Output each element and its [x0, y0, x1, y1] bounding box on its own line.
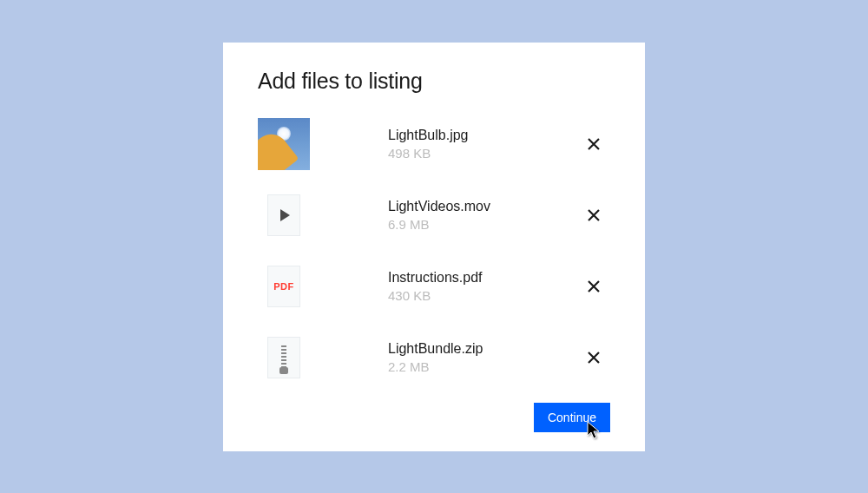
file-thumbnail [258, 118, 310, 170]
file-name: LightVideos.mov [388, 198, 582, 216]
video-icon [267, 194, 300, 236]
remove-file-button[interactable] [582, 275, 605, 298]
close-icon [587, 351, 601, 365]
file-name: LightBulb.jpg [388, 127, 582, 145]
file-thumbnail [258, 332, 310, 384]
file-size: 430 KB [388, 288, 582, 303]
close-icon [587, 208, 601, 222]
file-row: LightBulb.jpg 498 KB [258, 118, 610, 170]
close-icon [587, 279, 601, 293]
modal-footer: Continue [258, 403, 610, 432]
remove-file-button[interactable] [582, 346, 605, 369]
add-files-modal: Add files to listing LightBulb.jpg 498 K… [223, 43, 645, 451]
file-size: 2.2 MB [388, 359, 582, 374]
continue-button[interactable]: Continue [534, 403, 610, 432]
file-thumbnail [258, 189, 310, 241]
pdf-label: PDF [273, 281, 294, 292]
file-row: LightBundle.zip 2.2 MB [258, 332, 610, 384]
image-icon [258, 118, 310, 170]
file-name: Instructions.pdf [388, 269, 582, 287]
file-size: 498 KB [388, 146, 582, 161]
file-thumbnail: PDF [258, 260, 310, 312]
file-row: LightVideos.mov 6.9 MB [258, 189, 610, 241]
remove-file-button[interactable] [582, 133, 605, 155]
file-info: LightBundle.zip 2.2 MB [388, 340, 582, 375]
close-icon [587, 137, 601, 151]
file-info: LightBulb.jpg 498 KB [388, 127, 582, 161]
remove-file-button[interactable] [582, 204, 605, 227]
file-size: 6.9 MB [388, 217, 582, 232]
file-name: LightBundle.zip [388, 340, 582, 358]
play-icon [280, 209, 290, 221]
modal-title: Add files to listing [258, 69, 610, 94]
file-info: LightVideos.mov 6.9 MB [388, 198, 582, 233]
zipper-icon [281, 345, 286, 370]
zip-icon [267, 337, 300, 378]
file-row: PDF Instructions.pdf 430 KB [258, 260, 610, 312]
pdf-icon: PDF [267, 266, 300, 307]
file-info: Instructions.pdf 430 KB [388, 269, 582, 304]
